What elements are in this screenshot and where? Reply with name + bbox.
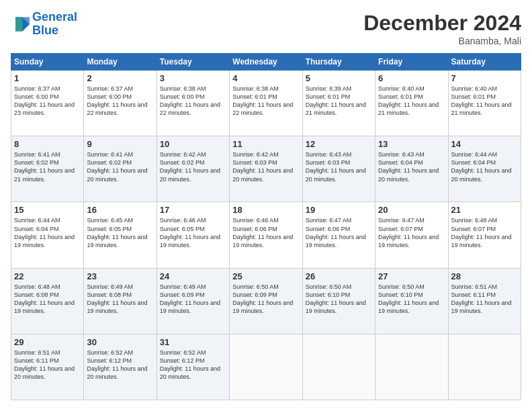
calendar-cell xyxy=(375,334,448,400)
col-header-wednesday: Wednesday xyxy=(230,54,302,71)
calendar-table: SundayMondayTuesdayWednesdayThursdayFrid… xyxy=(11,53,521,400)
calendar-cell: 19Sunrise: 6:47 AMSunset: 6:06 PMDayligh… xyxy=(302,202,375,268)
calendar-cell: 1Sunrise: 6:37 AMSunset: 6:00 PMDaylight… xyxy=(11,71,84,136)
day-number: 30 xyxy=(87,337,153,347)
day-number: 19 xyxy=(306,205,372,215)
day-number: 31 xyxy=(160,337,226,347)
day-number: 17 xyxy=(160,205,226,215)
calendar-cell: 30Sunrise: 6:52 AMSunset: 6:12 PMDayligh… xyxy=(84,334,157,400)
col-header-tuesday: Tuesday xyxy=(157,54,229,71)
day-number: 9 xyxy=(87,139,153,149)
day-number: 12 xyxy=(306,139,372,149)
calendar-cell: 27Sunrise: 6:50 AMSunset: 6:10 PMDayligh… xyxy=(375,268,448,334)
cell-text: Sunrise: 6:42 AMSunset: 6:03 PMDaylight:… xyxy=(232,150,299,183)
col-header-friday: Friday xyxy=(375,54,448,71)
cell-text: Sunrise: 6:40 AMSunset: 6:01 PMDaylight:… xyxy=(451,85,518,118)
cell-text: Sunrise: 6:45 AMSunset: 6:05 PMDaylight:… xyxy=(87,216,153,249)
day-number: 28 xyxy=(451,271,518,281)
calendar-cell: 24Sunrise: 6:49 AMSunset: 6:09 PMDayligh… xyxy=(157,268,229,334)
cell-text: Sunrise: 6:52 AMSunset: 6:12 PMDaylight:… xyxy=(87,349,153,381)
calendar-cell: 12Sunrise: 6:43 AMSunset: 6:03 PMDayligh… xyxy=(302,136,375,202)
page: General Blue December 2024 Banamba, Mali… xyxy=(0,0,532,411)
calendar-cell: 15Sunrise: 6:44 AMSunset: 6:04 PMDayligh… xyxy=(11,202,84,268)
day-number: 21 xyxy=(451,205,518,215)
calendar-cell: 17Sunrise: 6:46 AMSunset: 6:05 PMDayligh… xyxy=(157,202,229,268)
day-number: 4 xyxy=(232,73,299,83)
cell-text: Sunrise: 6:49 AMSunset: 6:08 PMDaylight:… xyxy=(87,283,153,316)
calendar-cell: 28Sunrise: 6:51 AMSunset: 6:11 PMDayligh… xyxy=(448,268,521,334)
day-number: 22 xyxy=(14,271,81,281)
calendar-cell: 16Sunrise: 6:45 AMSunset: 6:05 PMDayligh… xyxy=(84,202,157,268)
day-number: 23 xyxy=(87,271,153,281)
calendar-cell: 2Sunrise: 6:37 AMSunset: 6:00 PMDaylight… xyxy=(84,71,157,136)
calendar-cell: 18Sunrise: 6:46 AMSunset: 6:06 PMDayligh… xyxy=(230,202,302,268)
day-number: 5 xyxy=(306,73,372,83)
calendar-header-row: SundayMondayTuesdayWednesdayThursdayFrid… xyxy=(11,54,521,71)
title-block: December 2024 Banamba, Mali xyxy=(363,11,521,46)
col-header-thursday: Thursday xyxy=(302,54,375,71)
day-number: 20 xyxy=(378,205,445,215)
calendar-cell: 26Sunrise: 6:50 AMSunset: 6:10 PMDayligh… xyxy=(302,268,375,334)
cell-text: Sunrise: 6:49 AMSunset: 6:09 PMDaylight:… xyxy=(160,283,226,316)
month-title: December 2024 xyxy=(363,11,521,36)
calendar-cell: 25Sunrise: 6:50 AMSunset: 6:09 PMDayligh… xyxy=(230,268,302,334)
day-number: 18 xyxy=(232,205,299,215)
cell-text: Sunrise: 6:44 AMSunset: 6:04 PMDaylight:… xyxy=(451,150,518,183)
calendar-week-row: 1Sunrise: 6:37 AMSunset: 6:00 PMDaylight… xyxy=(11,71,521,136)
day-number: 1 xyxy=(14,73,81,83)
calendar-cell: 9Sunrise: 6:41 AMSunset: 6:02 PMDaylight… xyxy=(84,136,157,202)
day-number: 16 xyxy=(87,205,153,215)
calendar-cell: 7Sunrise: 6:40 AMSunset: 6:01 PMDaylight… xyxy=(448,71,521,136)
day-number: 13 xyxy=(378,139,445,149)
cell-text: Sunrise: 6:40 AMSunset: 6:01 PMDaylight:… xyxy=(378,85,445,118)
calendar-week-row: 15Sunrise: 6:44 AMSunset: 6:04 PMDayligh… xyxy=(11,202,521,268)
calendar-cell: 3Sunrise: 6:38 AMSunset: 6:00 PMDaylight… xyxy=(157,71,229,136)
calendar-cell xyxy=(230,334,302,400)
calendar-cell: 21Sunrise: 6:48 AMSunset: 6:07 PMDayligh… xyxy=(448,202,521,268)
cell-text: Sunrise: 6:47 AMSunset: 6:06 PMDaylight:… xyxy=(306,216,372,249)
day-number: 6 xyxy=(378,73,445,83)
day-number: 26 xyxy=(306,271,372,281)
logo-icon xyxy=(11,15,30,34)
calendar-cell xyxy=(302,334,375,400)
calendar-cell: 23Sunrise: 6:49 AMSunset: 6:08 PMDayligh… xyxy=(84,268,157,334)
day-number: 10 xyxy=(160,139,226,149)
svg-marker-2 xyxy=(15,17,23,31)
day-number: 7 xyxy=(451,73,518,83)
calendar-cell: 22Sunrise: 6:48 AMSunset: 6:08 PMDayligh… xyxy=(11,268,84,334)
day-number: 27 xyxy=(378,271,445,281)
cell-text: Sunrise: 6:37 AMSunset: 6:00 PMDaylight:… xyxy=(14,85,81,118)
calendar-cell: 11Sunrise: 6:42 AMSunset: 6:03 PMDayligh… xyxy=(230,136,302,202)
day-number: 2 xyxy=(87,73,153,83)
calendar-week-row: 29Sunrise: 6:51 AMSunset: 6:11 PMDayligh… xyxy=(11,334,521,400)
cell-text: Sunrise: 6:44 AMSunset: 6:04 PMDaylight:… xyxy=(14,216,81,249)
cell-text: Sunrise: 6:50 AMSunset: 6:09 PMDaylight:… xyxy=(232,283,299,316)
cell-text: Sunrise: 6:50 AMSunset: 6:10 PMDaylight:… xyxy=(378,283,445,316)
calendar-cell: 14Sunrise: 6:44 AMSunset: 6:04 PMDayligh… xyxy=(448,136,521,202)
header: General Blue December 2024 Banamba, Mali xyxy=(11,11,521,46)
cell-text: Sunrise: 6:52 AMSunset: 6:12 PMDaylight:… xyxy=(160,349,226,381)
cell-text: Sunrise: 6:37 AMSunset: 6:00 PMDaylight:… xyxy=(87,85,153,118)
calendar-cell: 10Sunrise: 6:42 AMSunset: 6:02 PMDayligh… xyxy=(157,136,229,202)
calendar-cell: 6Sunrise: 6:40 AMSunset: 6:01 PMDaylight… xyxy=(375,71,448,136)
calendar-cell xyxy=(448,334,521,400)
logo-text: General Blue xyxy=(32,11,77,38)
cell-text: Sunrise: 6:38 AMSunset: 6:01 PMDaylight:… xyxy=(232,85,299,118)
day-number: 29 xyxy=(14,337,81,347)
day-number: 14 xyxy=(451,139,518,149)
day-number: 24 xyxy=(160,271,226,281)
cell-text: Sunrise: 6:50 AMSunset: 6:10 PMDaylight:… xyxy=(306,283,372,316)
cell-text: Sunrise: 6:41 AMSunset: 6:02 PMDaylight:… xyxy=(87,150,153,183)
location-subtitle: Banamba, Mali xyxy=(363,36,521,46)
cell-text: Sunrise: 6:48 AMSunset: 6:07 PMDaylight:… xyxy=(451,216,518,249)
day-number: 11 xyxy=(232,139,299,149)
day-number: 8 xyxy=(14,139,81,149)
cell-text: Sunrise: 6:39 AMSunset: 6:01 PMDaylight:… xyxy=(306,85,372,118)
cell-text: Sunrise: 6:42 AMSunset: 6:02 PMDaylight:… xyxy=(160,150,226,183)
cell-text: Sunrise: 6:43 AMSunset: 6:03 PMDaylight:… xyxy=(306,150,372,183)
cell-text: Sunrise: 6:43 AMSunset: 6:04 PMDaylight:… xyxy=(378,150,445,183)
day-number: 3 xyxy=(160,73,226,83)
cell-text: Sunrise: 6:46 AMSunset: 6:05 PMDaylight:… xyxy=(160,216,226,249)
day-number: 25 xyxy=(232,271,299,281)
calendar-cell: 20Sunrise: 6:47 AMSunset: 6:07 PMDayligh… xyxy=(375,202,448,268)
